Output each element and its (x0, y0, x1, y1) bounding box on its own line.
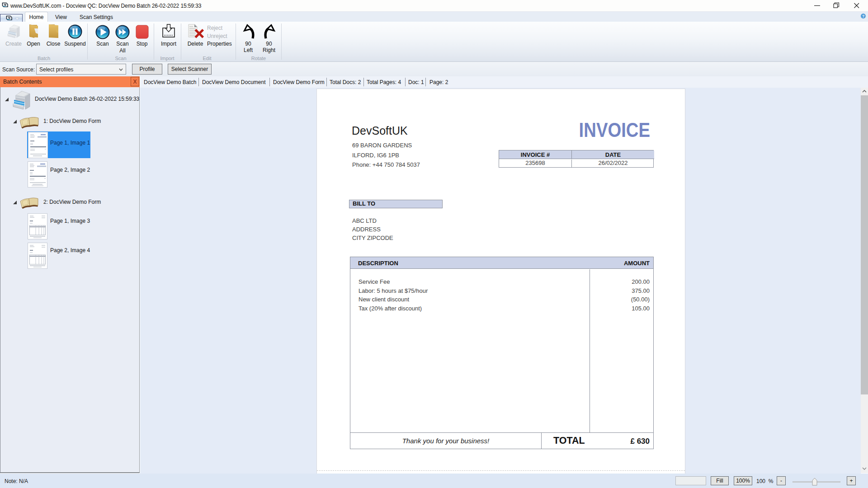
svg-text:?: ? (862, 14, 864, 19)
